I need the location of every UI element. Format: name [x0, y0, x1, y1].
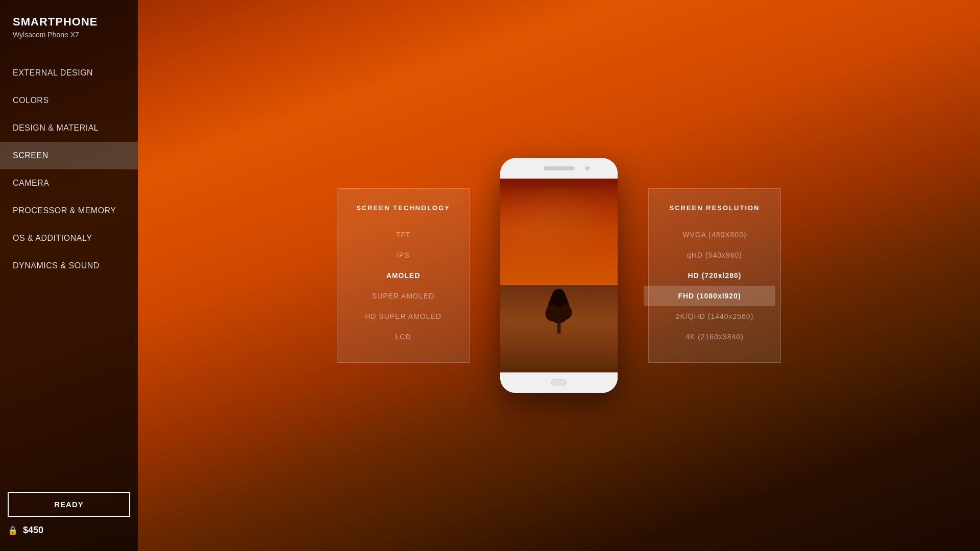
tech-item-hd-super-amoled[interactable]: HD SUPER AMOLED: [348, 306, 459, 327]
svg-point-5: [552, 289, 566, 307]
brand-title: SMARTPHONE: [13, 15, 125, 29]
sidebar-item-external-design[interactable]: EXTERNAL DESIGN: [0, 59, 138, 87]
res-item-hd[interactable]: HD (720xl280): [659, 265, 770, 286]
sidebar-footer: READY 🔒 $450: [0, 482, 138, 551]
brand: SMARTPHONE Wylsacom Phone X7: [0, 15, 138, 59]
phone-screen: [500, 179, 618, 372]
price-value: $450: [23, 525, 43, 536]
tech-item-amoled[interactable]: AMOLED: [348, 265, 459, 286]
sidebar: SMARTPHONE Wylsacom Phone X7 EXTERNAL DE…: [0, 0, 138, 551]
res-item-qhd[interactable]: qHD (540x960): [659, 245, 770, 265]
sidebar-item-processor-memory[interactable]: PROCESSOR & MEMORY: [0, 197, 138, 224]
tree-svg: [545, 288, 573, 334]
sidebar-item-design-material[interactable]: DESIGN & MATERIAL: [0, 114, 138, 142]
phone-mockup: [500, 158, 618, 393]
screen-res-title: SCREEN RESOLUTION: [669, 204, 760, 212]
price-row: 🔒 $450: [8, 525, 130, 536]
phone-home-button: [551, 379, 567, 386]
screen-tech-title: SCREEN TECHNOLOGY: [356, 204, 450, 212]
screen-resolution-card: SCREEN RESOLUTION WVGA (480X800)qHD (540…: [648, 188, 781, 363]
phone-speaker: [544, 166, 574, 170]
main-content: SCREEN TECHNOLOGY TFTIPSAMOLEDSUPER AMOL…: [138, 0, 980, 551]
res-item-2k[interactable]: 2K/QHD (1440x2560): [659, 306, 770, 327]
sidebar-item-os-additionaly[interactable]: OS & ADDITIONALY: [0, 224, 138, 252]
svg-point-3: [546, 305, 560, 321]
tech-item-tft[interactable]: TFT: [348, 224, 459, 245]
res-item-fhd[interactable]: FHD (1080xl920): [644, 286, 775, 306]
ready-button[interactable]: READY: [8, 492, 130, 517]
sidebar-item-dynamics-sound[interactable]: DYNAMICS & SOUND: [0, 252, 138, 280]
res-item-4k[interactable]: 4K (2160x3840): [659, 327, 770, 347]
phone-bottom-bar: [500, 372, 618, 393]
res-item-wvga[interactable]: WVGA (480X800): [659, 224, 770, 245]
phone-top-bar: [500, 158, 618, 179]
phone-clouds: [500, 188, 618, 285]
sidebar-item-camera[interactable]: CAMERA: [0, 169, 138, 197]
tech-item-lcd[interactable]: LCD: [348, 327, 459, 347]
sidebar-item-screen[interactable]: SCREEN: [0, 142, 138, 169]
nav-menu: EXTERNAL DESIGNCOLORSDESIGN & MATERIALSC…: [0, 59, 138, 482]
screen-technology-card: SCREEN TECHNOLOGY TFTIPSAMOLEDSUPER AMOL…: [337, 188, 470, 363]
phone-camera-dot: [585, 166, 590, 170]
sidebar-item-colors[interactable]: COLORS: [0, 87, 138, 114]
price-icon: 🔒: [8, 525, 18, 535]
tech-item-ips[interactable]: IPS: [348, 245, 459, 265]
tech-item-super-amoled[interactable]: SUPER AMOLED: [348, 286, 459, 306]
brand-subtitle: Wylsacom Phone X7: [13, 31, 125, 39]
